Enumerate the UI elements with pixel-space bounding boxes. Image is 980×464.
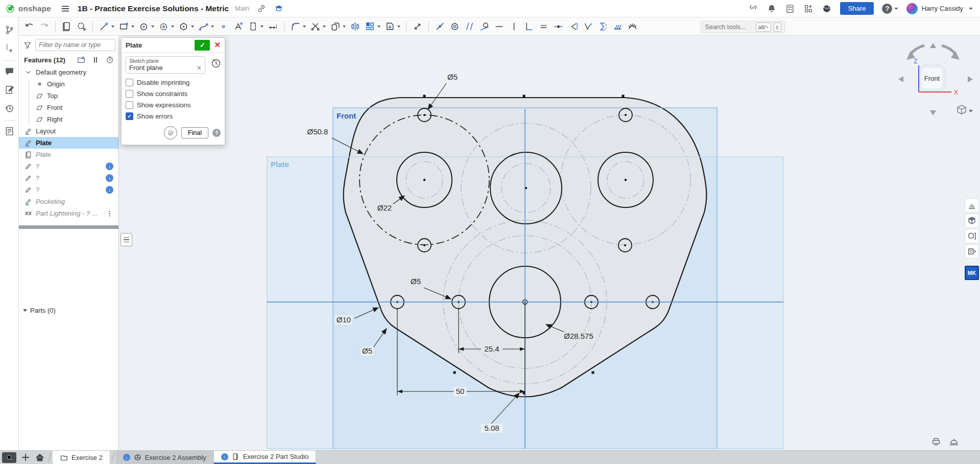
dimension-label[interactable]: Ø50.8	[307, 127, 328, 136]
copy-link-icon[interactable]	[256, 4, 267, 14]
feature-plate[interactable]: Plate	[19, 149, 118, 160]
user-menu[interactable]: Harry Cassidy	[906, 3, 973, 14]
feature-unknown[interactable]: ?↓	[19, 172, 118, 184]
concentric-tool-button[interactable]	[448, 20, 462, 33]
section-view-button[interactable]	[965, 229, 979, 243]
confirm-button[interactable]: ✓	[195, 40, 210, 51]
chevron-down-icon[interactable]	[131, 26, 134, 28]
render-mode-icon[interactable]	[930, 436, 942, 447]
rotate-down-arrow[interactable]	[930, 110, 936, 115]
learning-center-icon[interactable]	[274, 4, 284, 14]
chevron-down-icon[interactable]	[171, 26, 174, 28]
mk-app-button[interactable]: MK	[965, 266, 979, 280]
draft-sketch-button[interactable]	[164, 126, 177, 140]
properties-rail-button[interactable]	[4, 126, 15, 138]
spline-tool-button[interactable]	[197, 20, 216, 33]
share-button[interactable]: Share	[840, 2, 874, 15]
tab-search-button[interactable]	[2, 452, 16, 463]
use-convert-tool-button[interactable]	[75, 20, 88, 33]
checkbox-disable-imprinting[interactable]: Disable imprinting	[126, 79, 221, 86]
front-plane-label[interactable]: Front	[337, 111, 356, 120]
dimension-tool-button[interactable]	[266, 20, 280, 33]
perpendicular-tool-button[interactable]	[522, 20, 536, 33]
plate-plane-label[interactable]: Plate	[271, 160, 289, 169]
parallel-tool-button[interactable]	[463, 20, 476, 33]
feature-unknown[interactable]: ?↓	[19, 160, 118, 172]
chevron-down-icon[interactable]	[303, 26, 306, 28]
feature-plate[interactable]: Plate	[19, 137, 118, 149]
checkbox-show-expressions[interactable]: Show expressions	[126, 101, 221, 109]
polygon-tool-button[interactable]	[177, 20, 196, 33]
linear-pattern-tool-button[interactable]	[363, 20, 382, 33]
rotate-right-arrow[interactable]	[968, 76, 973, 82]
versions-rail-button[interactable]	[4, 25, 15, 37]
create-folder-icon[interactable]	[77, 55, 86, 64]
dimension-label[interactable]: Ø22	[377, 203, 392, 212]
cancel-button[interactable]: ✕	[214, 40, 221, 50]
follow-rail-button[interactable]	[4, 43, 15, 55]
equal-tool-button[interactable]	[537, 20, 551, 33]
dimension-label[interactable]: Ø5	[362, 346, 372, 355]
rectangle-tool-button[interactable]	[117, 20, 136, 33]
checkbox-box[interactable]	[126, 79, 133, 86]
globe-icon[interactable]	[822, 4, 832, 14]
trim-tool-button[interactable]	[308, 20, 327, 33]
named-views-button[interactable]	[965, 244, 979, 259]
normal-tool-button[interactable]	[581, 20, 595, 33]
sketch-plane-field[interactable]: Sketch plane Front plane ✕	[126, 56, 205, 74]
symmetric-tool-button[interactable]	[566, 20, 580, 33]
release-rail-button[interactable]	[4, 84, 15, 97]
chevron-down-icon[interactable]	[111, 26, 114, 28]
undo-tool-button[interactable]	[22, 20, 36, 33]
rotate-left-arrow[interactable]	[898, 76, 903, 82]
mirror-tool-button[interactable]	[348, 20, 362, 33]
parts-section-header[interactable]: Parts (0)	[19, 307, 118, 314]
update-badge-icon[interactable]: ↓	[106, 186, 113, 194]
import-dxf-tool-button[interactable]	[383, 20, 402, 33]
feature-layout[interactable]: Layout	[19, 125, 118, 137]
dimension-label[interactable]: Ø5	[447, 73, 458, 81]
chevron-down-icon[interactable]	[211, 26, 214, 28]
update-badge-icon[interactable]: ↓	[106, 174, 113, 182]
help-menu[interactable]: ?	[882, 4, 898, 14]
rollback-handle[interactable]	[121, 233, 132, 246]
notifications-bell-icon[interactable]	[767, 4, 777, 14]
view-cube-grid-button[interactable]	[965, 214, 979, 228]
checkbox-show-constraints[interactable]: Show constraints	[126, 90, 221, 98]
dimension-label[interactable]: 25.4	[484, 344, 499, 353]
rollback-clock-icon[interactable]	[105, 55, 114, 64]
feature-right[interactable]: Right	[19, 113, 118, 125]
search-tools-box[interactable]: alt/~ c	[701, 21, 785, 33]
checkbox-show-errors[interactable]: ✓Show errors	[126, 112, 221, 120]
dimension-label[interactable]: Ø10	[337, 315, 351, 324]
construction-tool-button[interactable]	[246, 20, 265, 33]
filter-funnel-icon[interactable]	[23, 40, 32, 50]
chevron-down-icon[interactable]	[377, 26, 380, 28]
comments-rail-button[interactable]	[4, 66, 15, 78]
dialog-header[interactable]: Plate ✓ ✕	[122, 38, 225, 53]
offset-tool-button[interactable]	[328, 20, 347, 33]
coincident-tool-button[interactable]	[433, 20, 447, 33]
survey-icon[interactable]	[785, 4, 795, 14]
checkbox-box[interactable]	[126, 90, 133, 98]
rollback-bar[interactable]	[19, 225, 118, 229]
chevron-down-icon[interactable]	[343, 26, 346, 28]
app-store-icon[interactable]	[803, 4, 814, 14]
center-point-circle-tool-button[interactable]	[157, 20, 176, 33]
dialog-help-icon[interactable]: ?	[212, 129, 221, 137]
render-options-button[interactable]	[965, 198, 979, 213]
clear-selection-icon[interactable]: ✕	[197, 64, 202, 72]
checkbox-box[interactable]: ✓	[126, 112, 133, 120]
fillet-tool-button[interactable]	[289, 20, 307, 33]
fix-tool-button[interactable]	[611, 20, 625, 33]
chevron-down-icon[interactable]	[260, 26, 264, 28]
chevron-down-icon[interactable]	[191, 26, 194, 28]
tab-exercise-2-part-studio[interactable]: ↓Exercise 2 Part Studio	[214, 451, 317, 464]
feature-front[interactable]: Front	[19, 102, 118, 113]
isometric-cube-icon[interactable]	[958, 105, 973, 114]
chevron-down-icon[interactable]	[397, 26, 400, 28]
rotate-up-arrow[interactable]	[930, 43, 936, 48]
drag-handle-icon[interactable]: ⋮	[106, 210, 112, 217]
point-tool-button[interactable]	[217, 20, 230, 33]
chevron-down-icon[interactable]	[323, 26, 326, 28]
